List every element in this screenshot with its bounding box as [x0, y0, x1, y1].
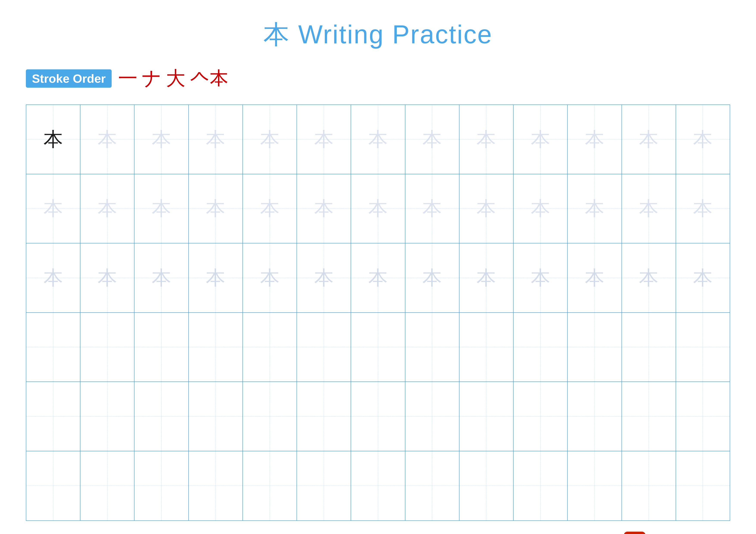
grid-cell[interactable] [351, 382, 405, 451]
practice-char: 本 [206, 199, 225, 218]
grid-cell[interactable] [243, 382, 297, 451]
grid-cell[interactable]: 本 [243, 174, 297, 243]
grid-cell[interactable] [676, 451, 730, 521]
grid-cell[interactable]: 本 [243, 105, 297, 174]
grid-cell[interactable] [189, 451, 243, 521]
grid-cell[interactable] [134, 382, 189, 451]
grid-cell[interactable]: 本 [297, 243, 351, 312]
grid-cell[interactable] [676, 313, 730, 382]
practice-char: 本 [43, 130, 63, 149]
grid-cell[interactable]: 本 [80, 105, 134, 174]
grid-cell[interactable] [622, 382, 676, 451]
grid-cell[interactable] [514, 382, 568, 451]
practice-char: 本 [314, 199, 334, 218]
grid-cell[interactable] [568, 382, 622, 451]
grid-cell[interactable] [622, 313, 676, 382]
grid-cell[interactable] [676, 382, 730, 451]
grid-cell[interactable]: 本 [189, 243, 243, 312]
grid-cell[interactable]: 本 [80, 243, 134, 312]
grid-cell[interactable] [189, 382, 243, 451]
practice-char: 本 [206, 130, 225, 149]
grid-cell[interactable] [243, 313, 297, 382]
practice-char: 本 [476, 199, 496, 218]
grid-cell[interactable]: 本 [676, 174, 730, 243]
grid-cell[interactable]: 本 [351, 174, 405, 243]
grid-cell[interactable] [134, 313, 189, 382]
grid-cell[interactable]: 本 [568, 105, 622, 174]
grid-cell[interactable] [405, 382, 459, 451]
grid-cell[interactable]: 本 [297, 105, 351, 174]
grid-cell[interactable]: 本 [405, 243, 459, 312]
grid-cell[interactable]: 本 [189, 174, 243, 243]
practice-char: 本 [97, 268, 117, 288]
grid-cell[interactable] [459, 313, 514, 382]
grid-cell[interactable] [514, 313, 568, 382]
grid-cell[interactable]: 本 [405, 174, 459, 243]
grid-cell[interactable] [189, 313, 243, 382]
grid-cell[interactable]: 本 [189, 105, 243, 174]
footer-brand: 字 StrokeOrder [624, 532, 730, 534]
practice-char: 本 [314, 268, 334, 288]
grid-cell[interactable]: 本 [405, 105, 459, 174]
grid-cell[interactable] [297, 382, 351, 451]
grid-cell[interactable]: 本 [514, 243, 568, 312]
grid-cell[interactable] [134, 451, 189, 521]
grid-cell[interactable]: 本 [134, 105, 189, 174]
practice-char: 本 [531, 268, 550, 288]
grid-cell[interactable] [297, 313, 351, 382]
grid-cell[interactable]: 本 [676, 105, 730, 174]
practice-char: 本 [531, 130, 550, 149]
grid-cell[interactable] [405, 313, 459, 382]
grid-cell[interactable]: 本 [26, 243, 80, 312]
stroke-order-row: Stroke Order 一 ナ 大 𠆢本 [26, 65, 229, 91]
grid-cell[interactable] [459, 382, 514, 451]
grid-cell[interactable]: 本 [622, 174, 676, 243]
grid-cell[interactable]: 本 [676, 243, 730, 312]
grid-cell[interactable] [80, 382, 134, 451]
grid-cell[interactable]: 本 [243, 243, 297, 312]
grid-cell[interactable]: 本 [568, 174, 622, 243]
grid-cell[interactable]: 本 [351, 243, 405, 312]
practice-char: 本 [260, 199, 280, 218]
grid-cell[interactable] [26, 451, 80, 521]
practice-char: 本 [422, 130, 442, 149]
grid-cell[interactable] [297, 451, 351, 521]
grid-cell[interactable]: 本 [622, 105, 676, 174]
grid-cell[interactable]: 本 [80, 174, 134, 243]
practice-char: 本 [97, 199, 117, 218]
grid-cell[interactable] [80, 313, 134, 382]
stroke-2: ナ [142, 65, 162, 91]
grid-cell[interactable] [351, 451, 405, 521]
grid-cell[interactable] [405, 451, 459, 521]
grid-cell[interactable]: 本 [459, 243, 514, 312]
practice-char: 本 [693, 130, 713, 149]
grid-cell[interactable] [459, 451, 514, 521]
grid-row: 本本本本本本本本本本本本本 [26, 174, 730, 243]
grid-cell[interactable] [568, 313, 622, 382]
grid-cell[interactable]: 本 [622, 243, 676, 312]
grid-cell[interactable]: 本 [514, 174, 568, 243]
grid-cell[interactable] [351, 313, 405, 382]
grid-cell[interactable] [568, 451, 622, 521]
stroke-order-badge: Stroke Order [26, 69, 112, 88]
grid-cell[interactable]: 本 [568, 243, 622, 312]
grid-cell[interactable]: 本 [26, 105, 80, 174]
grid-cell[interactable]: 本 [459, 105, 514, 174]
stroke-3: 大 [166, 65, 185, 91]
grid-cell[interactable]: 本 [297, 174, 351, 243]
practice-char: 本 [368, 130, 388, 149]
grid-cell[interactable] [514, 451, 568, 521]
grid-cell[interactable] [26, 382, 80, 451]
grid-cell[interactable]: 本 [134, 243, 189, 312]
grid-cell[interactable] [80, 451, 134, 521]
grid-cell[interactable]: 本 [514, 105, 568, 174]
brand-icon: 字 [624, 532, 645, 534]
grid-cell[interactable] [26, 313, 80, 382]
grid-cell[interactable] [243, 451, 297, 521]
grid-cell[interactable] [622, 451, 676, 521]
grid-cell[interactable]: 本 [134, 174, 189, 243]
grid-cell[interactable]: 本 [26, 174, 80, 243]
grid-cell[interactable]: 本 [459, 174, 514, 243]
grid-cell[interactable]: 本 [351, 105, 405, 174]
practice-char: 本 [476, 268, 496, 288]
